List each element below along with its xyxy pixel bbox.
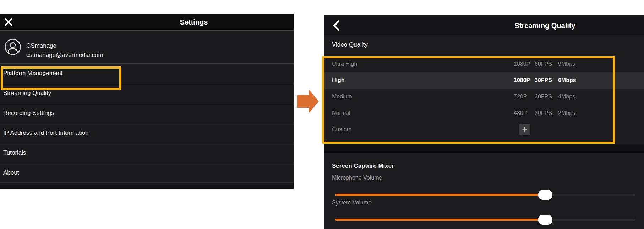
menu-item-platform-management[interactable]: Platform Management [0,63,294,83]
quality-option-list: Ultra High 1080P 60FPS 9Mbps High 1080P … [324,56,644,138]
quality-bitrate: 9Mbps [558,61,575,67]
video-quality-section-label: Video Quality [332,41,368,48]
page-title: Settings [180,18,208,26]
quality-resolution: 480P [514,110,527,116]
microphone-volume-label: Microphone Volume [332,175,382,181]
quality-row-ultra-high[interactable]: Ultra High 1080P 60FPS 9Mbps [324,56,644,72]
quality-resolution: 1080P [514,77,530,84]
menu-item-tutorials[interactable]: Tutorials [0,143,294,163]
menu-item-ip-address[interactable]: IP Address and Port Information [0,123,294,143]
streaming-header: Streaming Quality [324,15,644,36]
plus-icon: + [522,124,527,134]
menu-item-recording-settings[interactable]: Recording Settings [0,103,294,123]
quality-resolution: 720P [514,94,527,100]
menu-item-about[interactable]: About [0,163,294,183]
account-row[interactable]: CSmanage cs.manage@avermedia.com [0,31,294,63]
microphone-volume-slider[interactable] [335,190,635,200]
settings-header: Settings [0,14,294,30]
close-icon [4,17,13,27]
quality-label: Normal [332,110,350,116]
quality-fps: 30FPS [535,110,552,116]
quality-label: Ultra High [332,61,357,67]
settings-screen: Settings CSmanage cs.manage@avermedia.co… [0,14,294,189]
system-volume-slider[interactable] [335,214,635,225]
header-divider [324,36,644,36]
slider-fill [335,219,545,221]
quality-bitrate: 6Mbps [558,77,576,84]
menu-item-label: About [3,169,19,176]
streaming-quality-screen: Streaming Quality Video Quality Ultra Hi… [324,15,644,229]
menu-item-label: Platform Management [3,70,62,77]
quality-row-high[interactable]: High 1080P 30FPS 6Mbps [324,72,644,89]
section-divider [324,153,644,153]
page-title: Streaming Quality [514,22,575,30]
slider-fill [335,194,545,196]
settings-menu: Platform Management Streaming Quality Re… [0,63,294,183]
quality-label: Medium [332,94,352,100]
menu-item-label: Streaming Quality [3,90,51,97]
account-email: cs.manage@avermedia.com [26,52,103,59]
cropped-row [0,183,294,189]
account-name: CSmanage [26,42,56,49]
system-volume-label: System Volume [332,199,371,206]
slider-thumb[interactable] [538,215,552,225]
quality-fps: 30FPS [535,77,552,84]
quality-bitrate: 2Mbps [558,110,575,116]
quality-row-normal[interactable]: Normal 480P 30FPS 2Mbps [324,105,644,121]
menu-item-label: Recording Settings [3,110,54,117]
quality-label: High [332,77,345,84]
screenshot-stage: Settings CSmanage cs.manage@avermedia.co… [0,0,644,229]
menu-item-label: IP Address and Port Information [3,129,89,137]
close-button[interactable] [4,17,13,27]
quality-label: Custom [332,126,351,133]
quality-fps: 30FPS [535,94,552,100]
slider-thumb[interactable] [538,190,552,200]
section-gap [324,144,644,153]
arrow-right-icon [297,90,319,113]
quality-bitrate: 4Mbps [558,94,575,100]
avatar [4,38,21,55]
back-button[interactable] [332,20,340,31]
quality-fps: 60FPS [535,61,552,67]
menu-item-streaming-quality[interactable]: Streaming Quality [0,83,294,103]
person-icon [4,38,21,55]
chevron-left-icon [332,20,340,31]
quality-resolution: 1080P [514,61,530,67]
quality-row-custom[interactable]: Custom + [324,121,644,138]
quality-row-medium[interactable]: Medium 720P 30FPS 4Mbps [324,89,644,105]
add-custom-quality-button[interactable]: + [519,124,530,135]
screen-capture-mixer-label: Screen Capture Mixer [332,163,394,170]
menu-item-label: Tutorials [3,149,26,156]
